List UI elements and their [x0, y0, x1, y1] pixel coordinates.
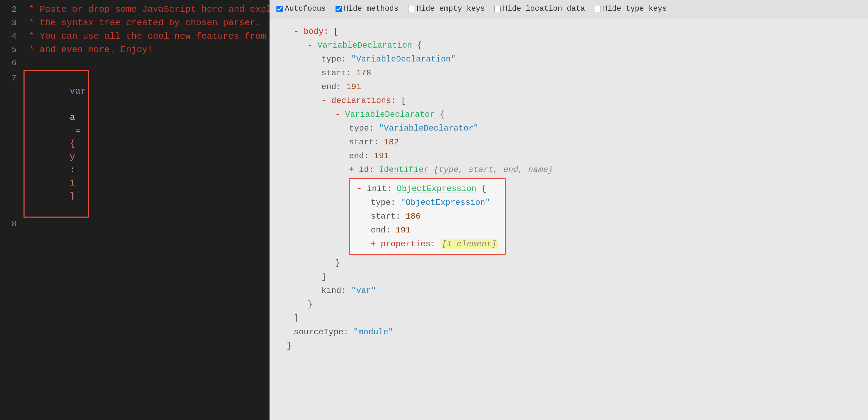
variable-declaration-row: - VariableDeclaration { — [280, 39, 858, 52]
code-text: * Paste or drop some JavaScript here and… — [23, 3, 270, 16]
hide-empty-keys-input[interactable] — [408, 6, 414, 12]
collapse-body-icon[interactable]: - — [294, 27, 299, 36]
start2-label: start: — [349, 137, 384, 147]
start3-value: 186 — [406, 212, 421, 221]
hide-methods-input[interactable] — [336, 6, 342, 12]
ast-panel: Autofocus Hide methods Hide empty keys H… — [270, 0, 868, 420]
code-line-6: 6 — [0, 57, 270, 70]
hide-methods-label: Hide methods — [344, 4, 398, 13]
open-brace: { — [417, 41, 422, 50]
code-line-8: 8 — [0, 218, 270, 231]
line-number: 6 — [6, 57, 17, 70]
hide-type-keys-input[interactable] — [595, 6, 601, 12]
code-editor[interactable]: 2 * Paste or drop some JavaScript here a… — [0, 0, 270, 420]
code-line-4: 4 * You can use all the cool new feature… — [0, 30, 270, 43]
init-type[interactable]: ObjectExpression — [397, 184, 476, 193]
hide-location-data-input[interactable] — [494, 6, 501, 12]
autofocus-checkbox[interactable]: Autofocus — [276, 4, 326, 13]
id-type[interactable]: Identifier — [379, 165, 428, 174]
code-line-5: 5 * and even more. Enjoy! — [0, 43, 270, 57]
close-bracket-row: ] — [280, 270, 858, 284]
end3-label: end: — [371, 226, 396, 235]
init-section-container: - init: ObjectExpression { type: "Object… — [280, 178, 858, 255]
collapse-init-icon[interactable]: - — [357, 184, 362, 193]
end3-value: 191 — [396, 226, 411, 235]
start2-value: 182 — [384, 137, 399, 147]
expand-id-icon[interactable]: + — [349, 165, 354, 174]
line-number: 8 — [6, 218, 17, 231]
variable-declarator-row: - VariableDeclarator { — [280, 108, 858, 122]
ast-toolbar: Autofocus Hide methods Hide empty keys H… — [270, 0, 868, 18]
autofocus-input[interactable] — [276, 6, 283, 12]
end2-row: end: 191 — [280, 149, 858, 163]
hide-type-keys-label: Hide type keys — [603, 4, 667, 13]
type-row: type: "VariableDeclaration" — [280, 52, 858, 66]
start-label: start: — [321, 68, 356, 78]
init-highlight-box: - init: ObjectExpression { type: "Object… — [349, 178, 506, 255]
close-bracket2-row: ] — [280, 312, 858, 325]
init-brace: { — [481, 184, 486, 193]
init-label: init: — [367, 184, 397, 193]
kind-value: "var" — [351, 286, 376, 295]
close-bracket2: ] — [294, 314, 299, 323]
type2-value: "VariableDeclarator" — [379, 124, 478, 133]
code-line-7: 7 var a = { y : 1 } — [0, 70, 270, 218]
type-value: "VariableDeclaration" — [351, 55, 455, 64]
start3-label: start: — [371, 212, 406, 221]
id-props: {type, start, end, name} — [434, 165, 553, 174]
collapse-declarations-icon[interactable]: - — [321, 96, 326, 105]
kind-label: kind: — [321, 286, 351, 295]
close-bracket: ] — [321, 272, 326, 281]
source-type-row: sourceType: "module" — [280, 325, 858, 339]
close-brace2-row: } — [280, 298, 858, 312]
line-number: 2 — [6, 3, 17, 16]
hide-empty-keys-label: Hide empty keys — [416, 4, 485, 13]
hide-location-data-checkbox[interactable]: Hide location data — [494, 4, 585, 13]
start-value: 178 — [356, 68, 371, 78]
var-declarator-brace: { — [440, 110, 444, 119]
expand-properties-icon[interactable]: + — [371, 239, 376, 249]
source-type-value: "module" — [353, 327, 393, 337]
type2-label: type: — [349, 124, 379, 133]
hide-type-keys-checkbox[interactable]: Hide type keys — [595, 4, 667, 13]
declarations-row: - declarations: [ — [280, 94, 858, 108]
root-close-brace: } — [287, 341, 292, 351]
properties-value: [1 element] — [441, 239, 498, 249]
root-close-brace-row: } — [280, 339, 858, 353]
declarations-bracket: [ — [401, 96, 406, 105]
code-content: 2 * Paste or drop some JavaScript here a… — [0, 0, 270, 233]
properties-row: + properties: [1 element] — [357, 237, 498, 251]
type3-row: type: "ObjectExpression" — [357, 196, 498, 210]
highlighted-code: var a = { y : 1 } — [23, 70, 89, 218]
collapse-var-decl-icon[interactable]: - — [308, 41, 312, 50]
close-brace2: } — [308, 300, 312, 309]
type3-label: type: — [371, 198, 400, 207]
id-row: + id: Identifier {type, start, end, name… — [280, 163, 858, 177]
variable-declarator-label: VariableDeclarator — [345, 110, 440, 119]
properties-label: properties: — [381, 239, 441, 249]
close-brace-row: } — [280, 256, 858, 270]
body-label: body: — [304, 27, 333, 36]
end-value: 191 — [346, 82, 361, 92]
line-number: 3 — [6, 17, 17, 30]
code-text: * You can use all the cool new features … — [23, 30, 270, 43]
code-text: * and even more. Enjoy! — [23, 43, 153, 56]
end2-value: 191 — [374, 151, 389, 161]
declarations-label: declarations: — [331, 96, 401, 105]
variable-declaration-label: VariableDeclaration — [318, 41, 417, 50]
hide-methods-checkbox[interactable]: Hide methods — [336, 4, 398, 13]
kind-row: kind: "var" — [280, 284, 858, 298]
close-brace: } — [335, 258, 340, 268]
code-text: * the syntax tree created by chosen pars… — [23, 16, 261, 29]
body-row: - body: [ — [280, 25, 858, 39]
type2-row: type: "VariableDeclarator" — [280, 122, 858, 135]
collapse-var-declr-icon[interactable]: - — [335, 110, 340, 119]
end3-row: end: 191 — [357, 223, 498, 237]
line-number: 5 — [6, 44, 17, 57]
type3-value: "ObjectExpression" — [400, 198, 490, 207]
type-label: type: — [321, 55, 351, 64]
line-number: 7 — [6, 72, 17, 85]
start2-row: start: 182 — [280, 135, 858, 149]
hide-empty-keys-checkbox[interactable]: Hide empty keys — [408, 4, 485, 13]
code-line-2: 2 * Paste or drop some JavaScript here a… — [0, 3, 270, 16]
